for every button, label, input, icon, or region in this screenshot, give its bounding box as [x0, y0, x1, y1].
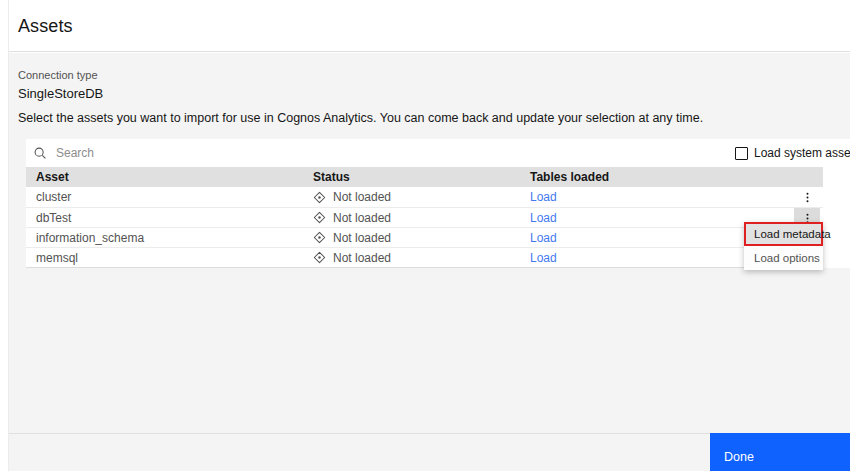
row-overflow-menu-button[interactable]	[794, 187, 820, 207]
page-title: Assets	[18, 16, 73, 37]
status-cell: Not loaded	[313, 251, 530, 265]
table-toolbar: Load system assets	[26, 139, 850, 167]
load-system-assets-checkbox[interactable]	[735, 147, 748, 160]
load-link[interactable]: Load	[530, 251, 557, 265]
status-text: Not loaded	[333, 211, 391, 225]
table-body: cluster Not loaded Load dbTest	[26, 187, 823, 268]
load-link[interactable]: Load	[530, 231, 557, 245]
connection-type-value: SingleStoreDB	[18, 86, 103, 101]
status-text: Not loaded	[333, 251, 391, 265]
table-row: dbTest Not loaded Load	[26, 207, 823, 227]
status-cell: Not loaded	[313, 211, 530, 225]
table-row: information_schema Not loaded Load	[26, 227, 823, 247]
table-header-row: Asset Status Tables loaded	[26, 167, 823, 187]
status-undefined-diamond-icon	[313, 231, 326, 244]
search-input[interactable]	[56, 146, 356, 160]
table-row: cluster Not loaded Load	[26, 187, 823, 207]
load-link[interactable]: Load	[530, 190, 557, 204]
column-header-asset: Asset	[26, 170, 313, 184]
asset-name: dbTest	[26, 211, 313, 225]
status-undefined-diamond-icon	[313, 191, 326, 204]
menu-item-load-options[interactable]: Load options	[744, 246, 823, 270]
search-area	[26, 139, 850, 167]
tables-loaded-cell: Load	[530, 190, 823, 204]
done-button[interactable]: Done	[710, 433, 850, 471]
status-text: Not loaded	[333, 190, 391, 204]
status-undefined-diamond-icon	[313, 211, 326, 224]
load-system-assets-control: Load system assets	[735, 139, 850, 167]
load-link[interactable]: Load	[530, 211, 557, 225]
connection-type-label: Connection type	[18, 69, 98, 81]
asset-name: information_schema	[26, 231, 313, 245]
asset-name: cluster	[26, 190, 313, 204]
asset-name: memsql	[26, 251, 313, 265]
background-page-strip	[0, 0, 9, 471]
status-cell: Not loaded	[313, 231, 530, 245]
assets-panel: Assets Connection type SingleStoreDB Sel…	[0, 0, 850, 471]
status-cell: Not loaded	[313, 190, 530, 204]
instructions-text: Select the assets you want to import for…	[18, 111, 703, 125]
assets-table: Load system assets Asset Status Tables l…	[26, 139, 850, 268]
load-system-assets-label: Load system assets	[754, 146, 850, 160]
menu-item-load-metadata[interactable]: Load metadata	[744, 222, 823, 246]
panel-header: Assets	[9, 0, 850, 52]
status-undefined-diamond-icon	[313, 251, 326, 264]
column-header-status: Status	[313, 170, 530, 184]
overflow-menu-icon	[801, 191, 814, 204]
table-row: memsql Not loaded Load	[26, 247, 823, 267]
overflow-context-menu: Load metadata Load options	[744, 222, 823, 270]
status-text: Not loaded	[333, 231, 391, 245]
search-icon	[33, 146, 47, 160]
column-header-tables-loaded: Tables loaded	[530, 170, 823, 184]
